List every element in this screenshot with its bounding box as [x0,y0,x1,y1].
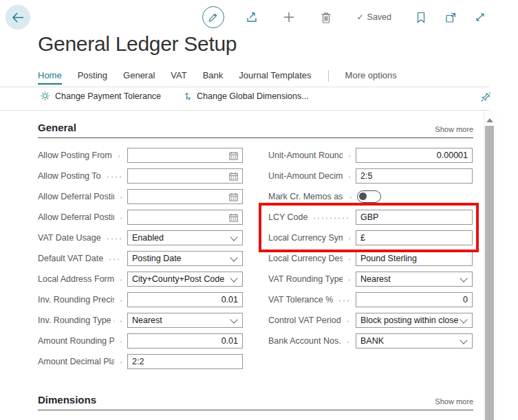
share-icon [245,10,259,24]
open-in-window-button[interactable] [441,8,460,27]
calendar-icon[interactable] [229,172,238,181]
field-value: 0.01 [222,336,238,346]
field-value: GBP [360,212,378,222]
field-row-inv-rounding-type-l: Inv. Rounding Type (L...Nearest [38,313,243,328]
dot-leader [119,320,122,322]
pin-action-bar-button[interactable] [480,91,491,103]
dot-leader [347,176,350,178]
field-row-allow-posting-from: Allow Posting From [38,148,243,163]
chevron-down-icon[interactable] [230,274,237,282]
edit-button[interactable] [202,6,224,28]
dot-leader [346,320,350,322]
input-inv-rounding-type-l[interactable]: Nearest [127,313,243,328]
change-global-dimensions-action[interactable]: Change Global Dimensions... [182,91,309,101]
input-allow-deferral-postin[interactable] [127,189,243,204]
input-amount-decimal-plac[interactable]: 2:2 [127,354,243,369]
chevron-down-icon[interactable] [230,316,237,323]
back-button[interactable] [6,5,30,30]
field-row-amount-rounding-pr: Amount Rounding Pr...0.01 [38,333,243,349]
field-label: Amount Decimal Plac... [38,357,114,366]
toolbar [202,6,336,28]
input-vat-date-usage[interactable]: Enabled [127,230,243,245]
input-bank-account-nos[interactable]: BANK [356,333,473,349]
input-default-vat-date[interactable]: Posting Date [127,251,243,266]
calendar-icon[interactable] [229,192,238,201]
scrollbar-thumb[interactable] [485,126,494,420]
field-value: Block posting within closed ar [360,316,458,325]
tab-strip: HomePostingGeneralVATBankJournal Templat… [38,70,397,85]
delete-button[interactable] [316,8,336,27]
expand-icon [475,12,486,23]
input-amount-rounding-pr[interactable]: 0.01 [127,333,243,349]
dot-leader [346,341,350,343]
expand-button[interactable] [471,8,490,27]
field-label: Local Currency Symbol [268,233,343,243]
input-unit-amount-decima[interactable]: 2:5 [356,168,473,184]
field-row-vat-tolerance: VAT Tolerance %0 [268,292,473,307]
dot-leader [119,300,122,302]
input-vat-tolerance[interactable]: 0 [356,292,473,307]
chevron-down-icon[interactable] [460,316,467,323]
bookmark-button[interactable] [411,8,431,27]
field-label: Default VAT Date [38,254,103,263]
input-inv-rounding-precisi[interactable]: 0.01 [127,292,243,307]
chevron-down-icon[interactable] [230,254,237,261]
input-control-vat-period[interactable]: Block posting within closed ar [356,313,473,328]
action-bar: Change Payment Tolerance Change Global D… [40,91,309,101]
tab-home[interactable]: Home [38,70,62,85]
input-unit-amount-roundi[interactable]: 0.00001 [356,148,473,163]
tab-general[interactable]: General [123,70,155,85]
unpin-icon [480,91,491,103]
show-more-link[interactable]: Show more [435,397,473,406]
field-value: City+County+Post Code [132,274,224,284]
chevron-down-icon[interactable] [460,336,467,344]
section-title: Dimensions [38,394,96,406]
field-label: Allow Deferral Postin... [38,192,114,201]
scroll-up-arrow[interactable] [486,118,493,122]
show-more-link[interactable]: Show more [435,125,473,133]
chevron-down-icon[interactable] [460,274,467,282]
fields-column-left: Allow Posting FromAllow Posting ToAllow … [38,148,243,369]
input-allow-deferral-postin[interactable] [127,210,243,225]
field-label: Unit-Amount Roundi... [268,151,343,160]
change-payment-tolerance-action[interactable]: Change Payment Tolerance [40,91,161,101]
dot-leader [347,279,350,281]
field-value: Nearest [132,316,162,325]
field-row-lcy-code: LCY CodeGBP [268,210,473,225]
new-button[interactable] [279,8,299,27]
input-allow-posting-to[interactable] [127,168,243,184]
field-label: Local Currency Descri... [268,254,343,263]
toolbar-right: ✓ Saved [356,8,490,27]
input-local-currency-descri[interactable]: Pound Sterling [356,251,473,266]
tab-vat[interactable]: VAT [171,70,186,85]
tab-journal-templates[interactable]: Journal Templates [239,70,311,85]
input-allow-posting-from[interactable] [127,148,243,163]
input-lcy-code[interactable]: GBP [356,210,473,225]
dot-leader [119,279,122,281]
calendar-icon[interactable] [229,151,238,160]
tabs-separator [0,87,489,87]
field-row-bank-account-nos: Bank Account Nos.BANK [268,333,473,349]
more-options-menu[interactable]: More options [345,70,397,85]
input-local-address-format[interactable]: City+County+Post Code [127,272,243,287]
chevron-down-icon[interactable] [230,233,237,241]
section-title: General [38,122,76,133]
field-value: Pound Sterling [360,254,417,263]
toggle-mark-cr-memos-as-c[interactable] [357,190,381,203]
field-value: BANK [360,336,384,346]
global-dimensions-icon [182,91,192,101]
pencil-icon [208,12,219,23]
calendar-icon[interactable] [229,213,238,222]
tab-posting[interactable]: Posting [78,70,107,85]
share-button[interactable] [242,8,261,27]
field-value: Posting Date [132,254,182,263]
bookmark-icon [416,12,426,23]
save-status: ✓ Saved [356,12,391,22]
field-row-unit-amount-decima: Unit-Amount Decima...2:5 [268,168,473,184]
field-row-vat-date-usage: VAT Date UsageEnabled [38,230,243,245]
input-local-currency-symbol[interactable]: £ [356,230,473,245]
tab-bank[interactable]: Bank [203,70,224,85]
popout-icon [445,12,457,23]
field-value: £ [360,233,365,243]
input-vat-rounding-type[interactable]: Nearest [356,272,473,287]
